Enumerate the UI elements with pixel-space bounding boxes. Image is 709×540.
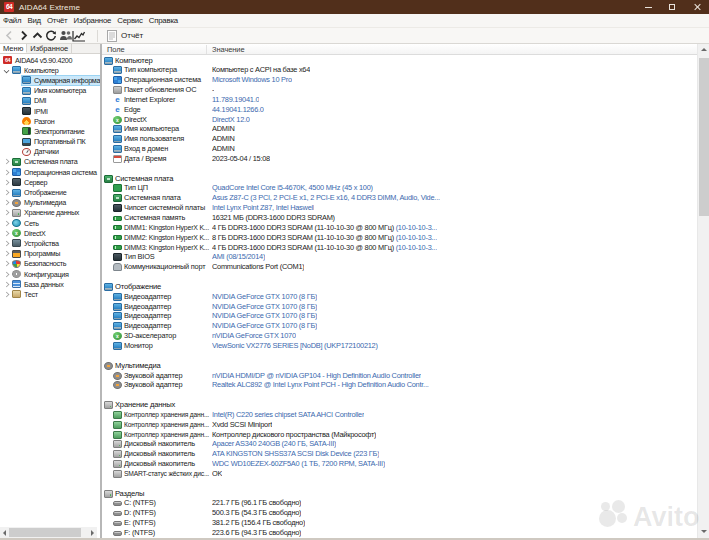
menu-item-4[interactable]: Сервис	[114, 16, 146, 25]
list-row[interactable]: Коммуникационный портCommunications Port…	[102, 262, 697, 272]
chevron-down-icon[interactable]	[4, 67, 10, 73]
tree-item[interactable]: Мультимедиа	[0, 198, 100, 208]
list-row[interactable]: ВидеоадаптерNVIDIA GeForce GTX 1070 (8 Г…	[102, 311, 697, 321]
section-header[interactable]: Мультимедиа	[102, 361, 697, 371]
list-row[interactable]: МониторViewSonic VX2776 SERIES [NoDB] (U…	[102, 341, 697, 351]
chevron-right-icon[interactable]	[4, 190, 10, 196]
vertical-scrollbar-thumb[interactable]	[699, 58, 709, 216]
list-row[interactable]: SMART-статус жёстких дис...OK	[102, 469, 697, 479]
tree-item[interactable]: Компьютер	[0, 65, 100, 75]
list-row[interactable]: Операционная системаMicrosoft Windows 10…	[102, 75, 697, 85]
list-row[interactable]: ВидеоадаптерNVIDIA GeForce GTX 1070 (8 Г…	[102, 302, 697, 312]
list-row[interactable]: Дисковый накопительApacer AS340 240GB (2…	[102, 439, 697, 449]
tree-item[interactable]: Имя компьютера	[0, 86, 100, 96]
list-row[interactable]: Дата / Время2023-05-04 / 15:08	[102, 154, 697, 164]
chevron-right-icon[interactable]	[4, 200, 10, 206]
list-row[interactable]: Тип компьютераКомпьютер с ACPI на базе x…	[102, 65, 697, 75]
section-header[interactable]: Системная плата	[102, 174, 697, 184]
list-row[interactable]: eInternet Explorer11.789.19041.0	[102, 95, 697, 105]
tree-item[interactable]: Тест	[0, 289, 100, 299]
list-row[interactable]: Чипсет системной платыIntel Lynx Point Z…	[102, 203, 697, 213]
users-icon[interactable]	[58, 29, 72, 42]
list-row[interactable]: ВидеоадаптерNVIDIA GeForce GTX 1070 (8 Г…	[102, 321, 697, 331]
column-value[interactable]: Значение	[212, 44, 244, 55]
chevron-right-icon[interactable]	[4, 241, 10, 247]
close-button[interactable]	[685, 0, 709, 14]
list-row[interactable]: Пакет обновления ОС-	[102, 85, 697, 95]
list-row[interactable]: ВидеоадаптерNVIDIA GeForce GTX 1070 (8 Г…	[102, 292, 697, 302]
menu-item-0[interactable]: Файл	[0, 16, 24, 25]
list-row[interactable]: Контроллер хранения данн...Xvdd SCSI Min…	[102, 420, 697, 430]
tree-item[interactable]: xDirectX	[0, 228, 100, 238]
tree-item[interactable]: Программы	[0, 249, 100, 259]
list-row[interactable]: Имя компьютераADMIN	[102, 124, 697, 134]
tree-item[interactable]: Устройства	[0, 238, 100, 248]
list-row[interactable]: Контроллер хранения данн...Intel(R) C220…	[102, 410, 697, 420]
list-row[interactable]: xDirectXDirectX 12.0	[102, 115, 697, 125]
horizontal-scrollbar-thumb[interactable]	[9, 528, 81, 537]
list-row[interactable]: x3D-акселераторnVIDIA GeForce GTX 1070	[102, 331, 697, 341]
scroll-right-button[interactable]	[88, 527, 97, 538]
scroll-up-button[interactable]	[698, 44, 709, 54]
list-row[interactable]: Дисковый накопительWDC WD10EZEX-60ZF5A0 …	[102, 459, 697, 469]
chevron-right-icon[interactable]	[4, 271, 10, 277]
menu-item-1[interactable]: Вид	[24, 16, 44, 25]
menu-item-2[interactable]: Отчёт	[44, 16, 71, 25]
column-field[interactable]: Поле	[107, 44, 125, 55]
chevron-right-icon[interactable]	[4, 220, 10, 226]
chevron-right-icon[interactable]	[4, 251, 10, 257]
list-row[interactable]: C: (NTFS)221.7 ГБ (96.1 ГБ свободно)	[102, 498, 697, 508]
tree-item[interactable]: База данных	[0, 279, 100, 289]
tree-item[interactable]: Сеть	[0, 218, 100, 228]
chevron-right-icon[interactable]	[4, 169, 10, 175]
list-row[interactable]: Имя пользователяADMIN	[102, 134, 697, 144]
tree-item[interactable]: Разгон	[0, 116, 100, 126]
report-button[interactable]: Отчёт	[107, 30, 143, 42]
forward-icon[interactable]	[16, 29, 30, 42]
scroll-down-button[interactable]	[698, 526, 709, 536]
menu-item-5[interactable]: Справка	[146, 16, 181, 25]
up-icon[interactable]	[30, 29, 44, 42]
list-row[interactable]: Звуковой адаптерRealtek ALC892 @ Intel L…	[102, 380, 697, 390]
list-row[interactable]: F: (NTFS)223.6 ГБ (94.3 ГБ свободно)	[102, 528, 697, 538]
chart-icon[interactable]	[72, 29, 86, 42]
chevron-right-icon[interactable]	[4, 261, 10, 267]
list-row[interactable]: Дисковый накопительATA KINGSTON SHSS37A …	[102, 449, 697, 459]
tree-item[interactable]: IPMI	[0, 106, 100, 116]
section-header[interactable]: Компьютер	[102, 56, 697, 66]
scroll-left-button[interactable]	[0, 527, 9, 538]
tree-item[interactable]: Датчики	[0, 147, 100, 157]
chevron-right-icon[interactable]	[4, 180, 10, 186]
tab-favorites[interactable]: Избранное	[27, 44, 72, 53]
tree-item[interactable]: Портативный ПК	[0, 137, 100, 147]
chevron-right-icon[interactable]	[4, 230, 10, 236]
tree-item[interactable]: 64AIDA64 v5.90.4200	[0, 55, 100, 65]
chevron-right-icon[interactable]	[4, 292, 10, 298]
minimize-button[interactable]	[637, 0, 661, 14]
tree-item[interactable]: Системная плата	[0, 157, 100, 167]
list-row[interactable]: Системная платаAsus Z87-C (3 PCI, 2 PCI-…	[102, 193, 697, 203]
list-row[interactable]: DIMM1: Kingston HyperX K...4 ГБ DDR3-160…	[102, 223, 697, 233]
list-row[interactable]: Тип BIOSAMI (08/15/2014)	[102, 252, 697, 262]
list-row[interactable]: Вход в доменADMIN	[102, 144, 697, 154]
list-row[interactable]: Тип ЦПQuadCore Intel Core i5-4670K, 4500…	[102, 183, 697, 193]
tree-item[interactable]: Сервер	[0, 177, 100, 187]
list-row[interactable]: DIMM2: Kingston HyperX K...8 ГБ DDR3-160…	[102, 233, 697, 243]
list-row[interactable]: eEdge44.19041.1266.0	[102, 105, 697, 115]
section-header[interactable]: Отображение	[102, 282, 697, 292]
tree-item[interactable]: Суммарная информация	[0, 75, 100, 85]
sidebar-horizontal-scrollbar[interactable]	[0, 527, 97, 538]
back-icon[interactable]	[2, 29, 16, 42]
section-header[interactable]: Разделы	[102, 489, 697, 499]
tree-item[interactable]: Конфигурация	[0, 269, 100, 279]
chevron-right-icon[interactable]	[4, 281, 10, 287]
list-row[interactable]: E: (NTFS)381.2 ГБ (156.4 ГБ свободно)	[102, 518, 697, 528]
refresh-icon[interactable]	[44, 29, 58, 42]
list-row[interactable]: D: (NTFS)500.3 ГБ (54.3 ГБ свободно)	[102, 508, 697, 518]
column-separator[interactable]	[206, 45, 207, 54]
vertical-scrollbar[interactable]	[697, 44, 709, 538]
section-header[interactable]: Хранение данных	[102, 400, 697, 410]
list-row[interactable]: Контроллер хранения данн...Контроллер ди…	[102, 430, 697, 440]
maximize-button[interactable]	[661, 0, 685, 14]
tree-item[interactable]: DMI	[0, 96, 100, 106]
